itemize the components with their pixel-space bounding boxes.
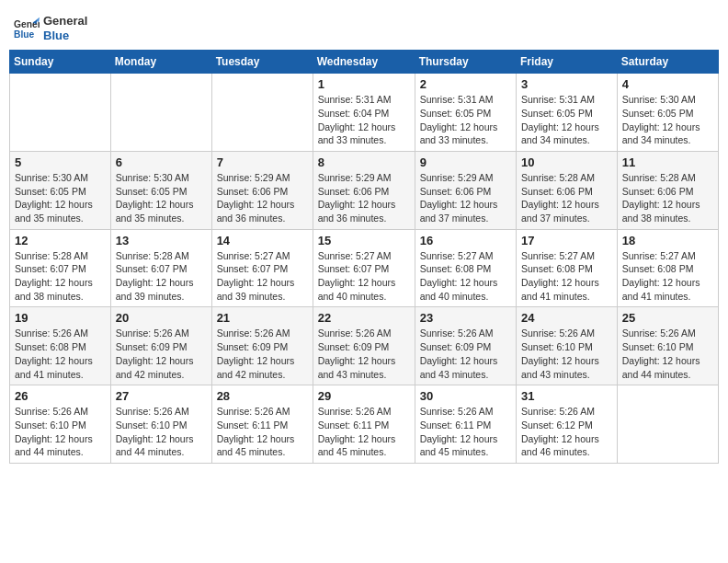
day-number: 18 bbox=[622, 234, 713, 247]
day-number: 10 bbox=[521, 155, 612, 169]
day-number: 20 bbox=[116, 311, 207, 325]
calendar-cell: 21Sunrise: 5:26 AM Sunset: 6:09 PM Dayli… bbox=[211, 307, 313, 385]
calendar-header-row: SundayMondayTuesdayWednesdayThursdayFrid… bbox=[10, 51, 719, 74]
calendar-cell: 9Sunrise: 5:29 AM Sunset: 6:06 PM Daylig… bbox=[415, 151, 516, 229]
calendar-cell: 4Sunrise: 5:30 AM Sunset: 6:05 PM Daylig… bbox=[617, 74, 718, 152]
day-info: Sunrise: 5:28 AM Sunset: 6:06 PM Dayligh… bbox=[521, 171, 612, 225]
logo: General Blue General Blue bbox=[14, 14, 87, 42]
logo-general: General bbox=[43, 14, 87, 28]
day-number: 11 bbox=[622, 155, 713, 169]
day-info: Sunrise: 5:26 AM Sunset: 6:09 PM Dayligh… bbox=[420, 327, 511, 381]
day-header-wednesday: Wednesday bbox=[313, 51, 415, 74]
day-info: Sunrise: 5:28 AM Sunset: 6:07 PM Dayligh… bbox=[116, 249, 207, 304]
day-number: 8 bbox=[318, 155, 410, 169]
day-number: 19 bbox=[15, 311, 106, 325]
calendar-cell: 8Sunrise: 5:29 AM Sunset: 6:06 PM Daylig… bbox=[313, 151, 415, 229]
day-number: 15 bbox=[318, 234, 410, 247]
calendar-cell: 15Sunrise: 5:27 AM Sunset: 6:07 PM Dayli… bbox=[313, 229, 415, 307]
calendar-cell: 2Sunrise: 5:31 AM Sunset: 6:05 PM Daylig… bbox=[415, 74, 516, 152]
calendar-cell bbox=[10, 74, 111, 152]
calendar-cell: 23Sunrise: 5:26 AM Sunset: 6:09 PM Dayli… bbox=[415, 307, 516, 385]
day-info: Sunrise: 5:29 AM Sunset: 6:06 PM Dayligh… bbox=[318, 171, 410, 225]
calendar-cell: 27Sunrise: 5:26 AM Sunset: 6:10 PM Dayli… bbox=[110, 385, 211, 464]
calendar-cell: 11Sunrise: 5:28 AM Sunset: 6:06 PM Dayli… bbox=[617, 151, 718, 229]
day-header-thursday: Thursday bbox=[415, 51, 516, 74]
calendar-cell bbox=[617, 385, 718, 464]
day-info: Sunrise: 5:30 AM Sunset: 6:05 PM Dayligh… bbox=[116, 171, 207, 225]
calendar-cell: 30Sunrise: 5:26 AM Sunset: 6:11 PM Dayli… bbox=[415, 385, 516, 464]
calendar-cell: 3Sunrise: 5:31 AM Sunset: 6:05 PM Daylig… bbox=[517, 74, 618, 152]
calendar-cell: 18Sunrise: 5:27 AM Sunset: 6:08 PM Dayli… bbox=[617, 229, 718, 307]
day-info: Sunrise: 5:29 AM Sunset: 6:06 PM Dayligh… bbox=[420, 171, 511, 225]
day-info: Sunrise: 5:26 AM Sunset: 6:08 PM Dayligh… bbox=[15, 327, 106, 381]
calendar-cell: 26Sunrise: 5:26 AM Sunset: 6:10 PM Dayli… bbox=[10, 385, 111, 464]
day-number: 30 bbox=[420, 389, 511, 403]
day-number: 22 bbox=[318, 311, 410, 325]
day-info: Sunrise: 5:27 AM Sunset: 6:08 PM Dayligh… bbox=[521, 249, 612, 304]
day-number: 12 bbox=[15, 234, 106, 247]
calendar-cell: 12Sunrise: 5:28 AM Sunset: 6:07 PM Dayli… bbox=[10, 229, 111, 307]
day-number: 23 bbox=[420, 311, 511, 325]
calendar-cell bbox=[110, 74, 211, 152]
day-info: Sunrise: 5:27 AM Sunset: 6:08 PM Dayligh… bbox=[420, 249, 511, 304]
calendar-cell: 6Sunrise: 5:30 AM Sunset: 6:05 PM Daylig… bbox=[110, 151, 211, 229]
day-header-tuesday: Tuesday bbox=[211, 51, 313, 74]
day-number: 29 bbox=[318, 389, 410, 403]
calendar-cell: 13Sunrise: 5:28 AM Sunset: 6:07 PM Dayli… bbox=[110, 229, 211, 307]
day-number: 24 bbox=[521, 311, 612, 325]
day-number: 14 bbox=[217, 234, 308, 247]
day-info: Sunrise: 5:30 AM Sunset: 6:05 PM Dayligh… bbox=[622, 93, 713, 147]
day-info: Sunrise: 5:26 AM Sunset: 6:09 PM Dayligh… bbox=[318, 327, 410, 381]
day-header-sunday: Sunday bbox=[10, 51, 111, 74]
calendar-cell: 1Sunrise: 5:31 AM Sunset: 6:04 PM Daylig… bbox=[313, 74, 415, 152]
day-number: 9 bbox=[420, 155, 511, 169]
day-number: 5 bbox=[15, 155, 106, 169]
logo-icon: General Blue bbox=[14, 16, 40, 41]
week-row-3: 12Sunrise: 5:28 AM Sunset: 6:07 PM Dayli… bbox=[10, 229, 719, 307]
week-row-2: 5Sunrise: 5:30 AM Sunset: 6:05 PM Daylig… bbox=[10, 151, 719, 229]
day-info: Sunrise: 5:30 AM Sunset: 6:05 PM Dayligh… bbox=[15, 171, 106, 225]
day-info: Sunrise: 5:26 AM Sunset: 6:12 PM Dayligh… bbox=[521, 405, 612, 459]
svg-text:Blue: Blue bbox=[14, 29, 35, 40]
day-number: 16 bbox=[420, 234, 511, 247]
day-info: Sunrise: 5:26 AM Sunset: 6:09 PM Dayligh… bbox=[217, 327, 308, 381]
day-number: 17 bbox=[521, 234, 612, 247]
day-info: Sunrise: 5:27 AM Sunset: 6:07 PM Dayligh… bbox=[217, 249, 308, 304]
calendar-cell: 17Sunrise: 5:27 AM Sunset: 6:08 PM Dayli… bbox=[517, 229, 618, 307]
calendar-cell: 19Sunrise: 5:26 AM Sunset: 6:08 PM Dayli… bbox=[10, 307, 111, 385]
day-number: 13 bbox=[116, 234, 207, 247]
calendar-cell: 16Sunrise: 5:27 AM Sunset: 6:08 PM Dayli… bbox=[415, 229, 516, 307]
day-number: 7 bbox=[217, 155, 308, 169]
calendar-cell: 22Sunrise: 5:26 AM Sunset: 6:09 PM Dayli… bbox=[313, 307, 415, 385]
day-info: Sunrise: 5:26 AM Sunset: 6:10 PM Dayligh… bbox=[116, 405, 207, 459]
day-info: Sunrise: 5:26 AM Sunset: 6:11 PM Dayligh… bbox=[420, 405, 511, 459]
day-info: Sunrise: 5:28 AM Sunset: 6:06 PM Dayligh… bbox=[622, 171, 713, 225]
calendar-cell: 20Sunrise: 5:26 AM Sunset: 6:09 PM Dayli… bbox=[110, 307, 211, 385]
logo-blue: Blue bbox=[43, 29, 69, 42]
day-info: Sunrise: 5:31 AM Sunset: 6:05 PM Dayligh… bbox=[521, 93, 612, 147]
day-number: 3 bbox=[521, 77, 612, 91]
day-info: Sunrise: 5:26 AM Sunset: 6:10 PM Dayligh… bbox=[15, 405, 106, 459]
day-number: 6 bbox=[116, 155, 207, 169]
calendar-cell: 10Sunrise: 5:28 AM Sunset: 6:06 PM Dayli… bbox=[517, 151, 618, 229]
day-info: Sunrise: 5:27 AM Sunset: 6:08 PM Dayligh… bbox=[622, 249, 713, 304]
day-number: 27 bbox=[116, 389, 207, 403]
calendar-cell: 5Sunrise: 5:30 AM Sunset: 6:05 PM Daylig… bbox=[10, 151, 111, 229]
day-number: 31 bbox=[521, 389, 612, 403]
day-info: Sunrise: 5:31 AM Sunset: 6:04 PM Dayligh… bbox=[318, 93, 410, 147]
day-number: 25 bbox=[622, 311, 713, 325]
calendar-cell: 25Sunrise: 5:26 AM Sunset: 6:10 PM Dayli… bbox=[617, 307, 718, 385]
day-header-saturday: Saturday bbox=[617, 51, 718, 74]
day-info: Sunrise: 5:26 AM Sunset: 6:11 PM Dayligh… bbox=[318, 405, 410, 459]
day-number: 2 bbox=[420, 77, 511, 91]
calendar-cell: 24Sunrise: 5:26 AM Sunset: 6:10 PM Dayli… bbox=[517, 307, 618, 385]
day-info: Sunrise: 5:28 AM Sunset: 6:07 PM Dayligh… bbox=[15, 249, 106, 304]
week-row-4: 19Sunrise: 5:26 AM Sunset: 6:08 PM Dayli… bbox=[10, 307, 719, 385]
calendar-cell: 7Sunrise: 5:29 AM Sunset: 6:06 PM Daylig… bbox=[211, 151, 313, 229]
calendar-cell bbox=[211, 74, 313, 152]
day-header-friday: Friday bbox=[517, 51, 618, 74]
day-info: Sunrise: 5:27 AM Sunset: 6:07 PM Dayligh… bbox=[318, 249, 410, 304]
calendar-cell: 28Sunrise: 5:26 AM Sunset: 6:11 PM Dayli… bbox=[211, 385, 313, 464]
day-number: 21 bbox=[217, 311, 308, 325]
day-info: Sunrise: 5:31 AM Sunset: 6:05 PM Dayligh… bbox=[420, 93, 511, 147]
